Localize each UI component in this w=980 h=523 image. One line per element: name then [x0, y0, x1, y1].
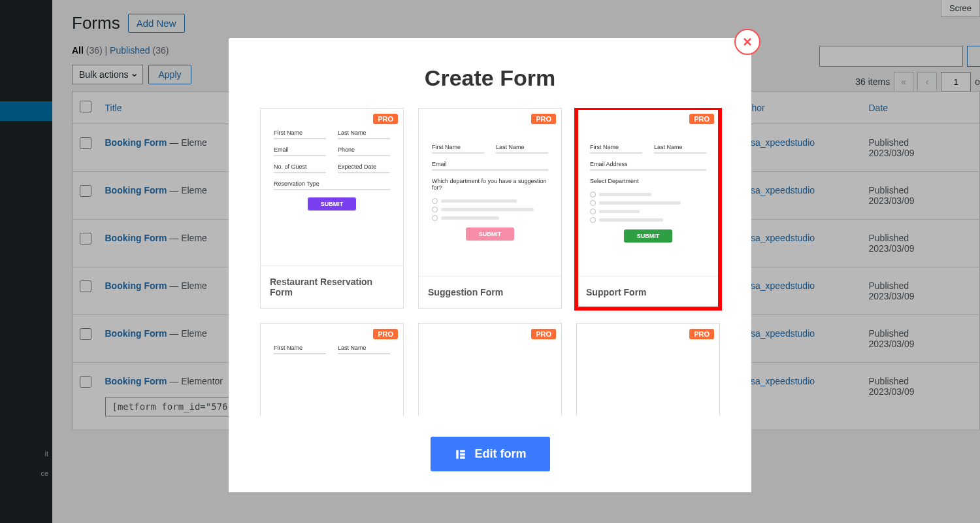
- template-card[interactable]: PRO First Name Last Name Email Which dep…: [418, 108, 562, 309]
- template-name: Support Form: [577, 276, 719, 308]
- pro-badge: PRO: [689, 329, 714, 339]
- svg-rect-3: [460, 456, 465, 458]
- elementor-icon: [454, 448, 467, 461]
- svg-rect-2: [460, 453, 465, 455]
- template-card[interactable]: PRO First Name Last Name Email Address S…: [576, 108, 720, 309]
- pro-badge: PRO: [373, 329, 398, 339]
- template-name: Restaurant Reservation Form: [261, 265, 403, 308]
- modal-title: Create Form: [229, 38, 751, 108]
- template-card[interactable]: PRO First Name Last Name: [260, 323, 404, 416]
- close-icon: [741, 35, 754, 48]
- template-card[interactable]: PRO: [418, 323, 562, 416]
- pro-badge: PRO: [531, 114, 556, 124]
- edit-form-label: Edit form: [475, 447, 527, 461]
- svg-rect-0: [456, 450, 458, 458]
- svg-rect-1: [460, 450, 465, 452]
- create-form-modal: Create Form PRO First Name Last Name Ema…: [229, 38, 751, 492]
- edit-form-button[interactable]: Edit form: [431, 437, 550, 471]
- pro-badge: PRO: [689, 114, 714, 124]
- template-name: Suggestion Form: [419, 276, 561, 308]
- template-preview: First Name Last Name Email Phone No. of …: [261, 109, 403, 265]
- pro-badge: PRO: [531, 329, 556, 339]
- template-card[interactable]: PRO First Name Last Name Email Phone No.…: [260, 108, 404, 309]
- pro-badge: PRO: [373, 114, 398, 124]
- template-card[interactable]: PRO: [576, 323, 720, 416]
- template-preview: First Name Last Name Email Address Selec…: [577, 109, 719, 276]
- template-preview: First Name Last Name Email Which departm…: [419, 109, 561, 276]
- close-button[interactable]: [734, 29, 760, 55]
